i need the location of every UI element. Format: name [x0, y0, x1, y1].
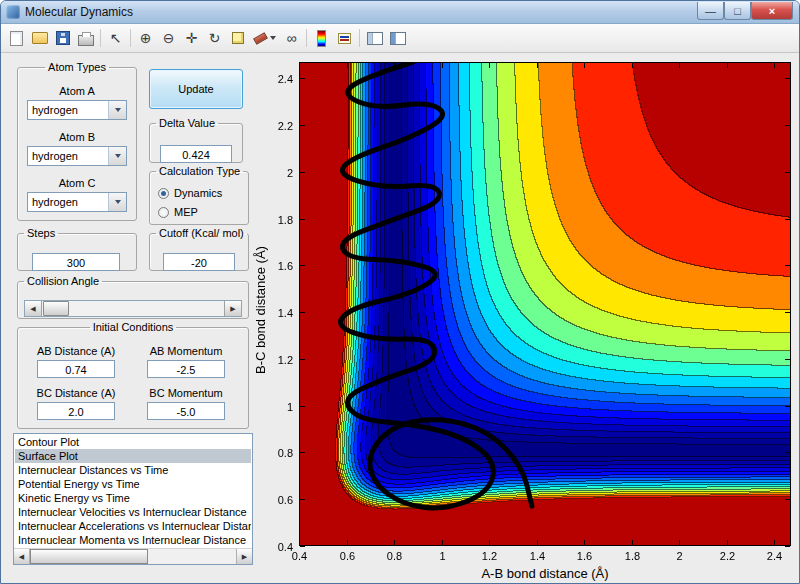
horizontal-scrollbar[interactable]: ◀ ▶	[14, 548, 252, 564]
collision-angle-slider[interactable]: ◀ ▶	[24, 300, 242, 317]
chevron-down-icon	[115, 154, 121, 158]
plot-list-item[interactable]: Internuclear Velocities vs Internuclear …	[15, 505, 251, 519]
maximize-button[interactable]: □	[724, 2, 751, 20]
application-window: Molecular Dynamics — □ × ↖ ⊕ ⊖ ✛ ↻ ∞ Ato…	[0, 0, 800, 584]
brush-dropdown-caret[interactable]	[270, 36, 276, 40]
ab-distance-label: AB Distance (A)	[24, 345, 128, 357]
rotate-3d-icon[interactable]: ↻	[203, 27, 226, 49]
atom-b-dropdown[interactable]: hydrogen	[27, 146, 127, 166]
plot-list-items: Contour Plot Surface Plot Internuclear D…	[15, 435, 251, 548]
cutoff-title: Cutoff (Kcal/ mol)	[156, 227, 247, 239]
print-figure-icon[interactable]	[74, 27, 97, 49]
contour-plot-canvas[interactable]	[263, 53, 797, 565]
figure-content: Atom Types Atom A hydrogen Atom B hydrog…	[1, 53, 799, 584]
ab-distance-field[interactable]: 0.74	[37, 360, 115, 378]
plot-list-item[interactable]: Kinetic Energy vs Time	[15, 491, 251, 505]
update-button[interactable]: Update	[149, 69, 243, 109]
dropdown-arrow-button[interactable]	[108, 101, 126, 119]
zoom-out-icon[interactable]: ⊖	[157, 27, 180, 49]
delta-value-title: Delta Value	[156, 117, 218, 129]
chevron-down-icon	[115, 108, 121, 112]
radio-icon	[158, 207, 169, 218]
ab-momentum-label: AB Momentum	[134, 345, 238, 357]
chevron-down-icon	[115, 200, 121, 204]
dropdown-arrow-button[interactable]	[108, 193, 126, 211]
radio-label: MEP	[174, 206, 198, 218]
edit-plot-icon[interactable]: ↖	[104, 27, 127, 49]
slider-track[interactable]	[69, 301, 224, 316]
bc-momentum-group: BC Momentum -5.0	[134, 387, 238, 420]
atom-a-dropdown[interactable]: hydrogen	[27, 100, 127, 120]
cutoff-field[interactable]: -20	[163, 253, 235, 271]
window-title: Molecular Dynamics	[25, 5, 133, 19]
plot-list-item[interactable]: Internuclear Distances vs Time	[15, 463, 251, 477]
steps-field[interactable]: 300	[32, 253, 120, 271]
initial-conditions-panel: Initial Conditions AB Distance (A) 0.74 …	[17, 321, 249, 429]
atom-b-label: Atom B	[18, 131, 136, 143]
radio-icon	[158, 188, 169, 199]
plot-list-item[interactable]: Potential Energy vs Time	[15, 477, 251, 491]
slider-left-arrow[interactable]: ◀	[25, 301, 42, 316]
minimize-button[interactable]: —	[697, 2, 724, 20]
new-figure-icon[interactable]	[5, 27, 28, 49]
hide-plot-tools-icon[interactable]	[363, 27, 386, 49]
scrollbar-thumb[interactable]	[30, 549, 148, 564]
bc-momentum-label: BC Momentum	[134, 387, 238, 399]
delta-value-field[interactable]: 0.424	[160, 145, 232, 163]
app-icon[interactable]	[6, 5, 20, 19]
toolbar-separator	[306, 29, 307, 47]
save-figure-icon[interactable]	[51, 27, 74, 49]
plot-list-item[interactable]: Surface Plot	[15, 449, 251, 463]
bc-momentum-field[interactable]: -5.0	[147, 402, 225, 420]
data-cursor-icon[interactable]	[226, 27, 249, 49]
scroll-right-button[interactable]: ▶	[236, 549, 252, 564]
bc-distance-label: BC Distance (A)	[24, 387, 128, 399]
collision-angle-panel: Collision Angle ◀ ▶	[17, 275, 249, 319]
scroll-left-button[interactable]: ◀	[14, 549, 30, 564]
atom-a-value: hydrogen	[28, 104, 108, 116]
atom-c-row: Atom C hydrogen	[18, 177, 136, 212]
toolbar-separator	[100, 29, 101, 47]
link-plot-icon[interactable]: ∞	[280, 27, 303, 49]
radio-option-dynamics[interactable]: Dynamics	[158, 187, 222, 199]
delta-value-panel: Delta Value 0.424	[149, 117, 243, 163]
bc-distance-field[interactable]: 2.0	[37, 402, 115, 420]
ab-momentum-group: AB Momentum -2.5	[134, 345, 238, 378]
atom-c-dropdown[interactable]: hydrogen	[27, 192, 127, 212]
toolbar-separator	[130, 29, 131, 47]
open-file-icon[interactable]	[28, 27, 51, 49]
steps-title: Steps	[24, 227, 58, 239]
close-button[interactable]: ×	[751, 2, 793, 20]
atom-c-label: Atom C	[18, 177, 136, 189]
radio-option-mep[interactable]: MEP	[158, 206, 198, 218]
atom-types-panel: Atom Types Atom A hydrogen Atom B hydrog…	[17, 61, 137, 221]
dropdown-arrow-button[interactable]	[108, 147, 126, 165]
bc-distance-group: BC Distance (A) 2.0	[24, 387, 128, 420]
plot-list-item[interactable]: Internuclear Momenta vs Internuclear Dis…	[15, 533, 251, 547]
atom-b-value: hydrogen	[28, 150, 108, 162]
zoom-in-icon[interactable]: ⊕	[134, 27, 157, 49]
plot-list-item[interactable]: Contour Plot	[15, 435, 251, 449]
ab-momentum-field[interactable]: -2.5	[147, 360, 225, 378]
calculation-type-title: Calculation Type	[156, 165, 243, 177]
radio-label: Dynamics	[174, 187, 222, 199]
collision-angle-title: Collision Angle	[24, 275, 102, 287]
title-bar: Molecular Dynamics — □ ×	[1, 1, 799, 24]
slider-right-arrow[interactable]: ▶	[224, 301, 241, 316]
atom-a-row: Atom A hydrogen	[18, 85, 136, 120]
scrollbar-track[interactable]	[148, 549, 236, 564]
steps-panel: Steps 300	[17, 227, 137, 271]
cutoff-panel: Cutoff (Kcal/ mol) -20	[149, 227, 249, 271]
initial-conditions-title: Initial Conditions	[90, 321, 177, 333]
atom-a-label: Atom A	[18, 85, 136, 97]
insert-colorbar-icon[interactable]	[310, 27, 333, 49]
slider-thumb[interactable]	[43, 301, 69, 316]
insert-legend-icon[interactable]	[333, 27, 356, 49]
toolbar-separator	[359, 29, 360, 47]
x-axis-title: A-B bond distance (Å)	[299, 566, 791, 581]
show-plot-tools-icon[interactable]	[386, 27, 409, 49]
pan-hand-icon[interactable]: ✛	[180, 27, 203, 49]
atom-types-title: Atom Types	[45, 61, 109, 73]
brush-data-icon[interactable]	[249, 27, 280, 49]
plot-list-item[interactable]: Internuclear Accelerations vs Internucle…	[15, 519, 251, 533]
